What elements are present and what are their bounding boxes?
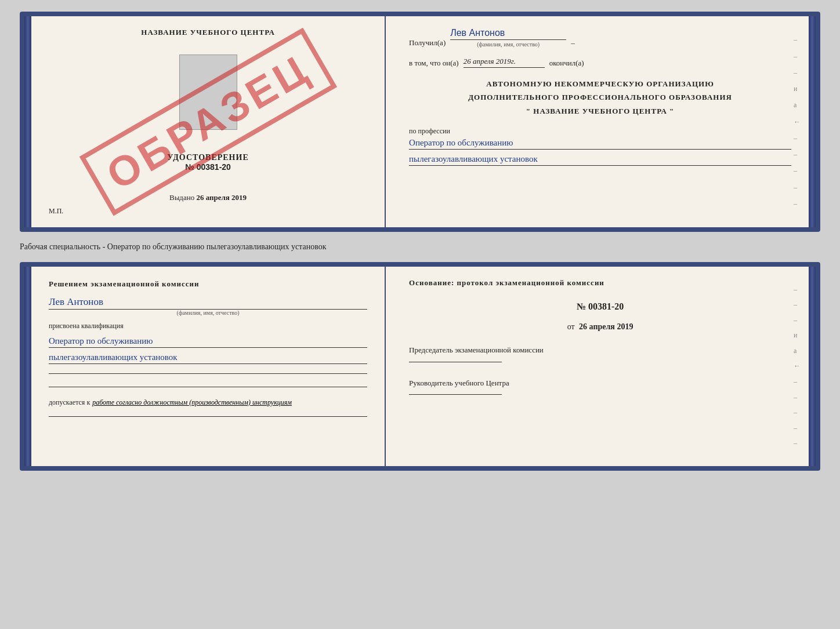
certificate-document: НАЗВАНИЕ УЧЕБНОГО ЦЕНТРА УДОСТОВЕРЕНИЕ №… [20,12,820,232]
qual-profession-section: Оператор по обслуживанию пылегазоулавлив… [49,336,367,364]
issued-label: Выдано [169,193,194,202]
profession-label: по профессии [409,127,791,136]
date-value: 26 апреля 2019г. [464,57,545,68]
qual-section-title: Решением экзаменационной комиссии [49,278,367,290]
book-spine-left [24,16,31,227]
допуск-italic: работе согласно должностным (производств… [92,398,292,406]
qual-spine-left [24,267,31,466]
blank-line-3 [49,416,367,417]
qual-right-edge-decorations: – – – и а ← – – – – – [794,278,801,455]
org-line1: АВТОНОМНУЮ НЕКОММЕРЧЕСКУЮ ОРГАНИЗАЦИЮ [409,77,791,90]
допуск-prefix: допускается к [49,398,90,406]
date-section: в том, что он(а) 26 апреля 2019г. окончи… [409,57,791,68]
protocol-date-prefix: от [567,322,575,331]
qualification-left-page: Решением экзаменационной комиссии Лев Ан… [31,267,386,466]
recipient-name: Лев Антонов [450,28,566,40]
cert-issued: Выдано 26 апреля 2019 [169,187,247,202]
photo-placeholder [179,54,237,130]
assigned-label: присвоена квалификация [49,322,367,330]
qual-profession-line2: пылегазоулавливающих установок [49,352,367,364]
org-line2: ДОПОЛНИТЕЛЬНОГО ПРОФЕССИОНАЛЬНОГО ОБРАЗО… [409,90,791,104]
certificate-left-page: НАЗВАНИЕ УЧЕБНОГО ЦЕНТРА УДОСТОВЕРЕНИЕ №… [31,16,386,227]
qualification-document: Решением экзаменационной комиссии Лев Ан… [20,262,820,471]
qual-person-section: Лев Антонов (фамилия, имя, отчество) [49,296,367,316]
date-suffix: окончил(а) [549,59,584,68]
dash-after-name: – [571,38,575,48]
qual-person-sub: (фамилия, имя, отчество) [49,310,367,316]
blank-line-2 [49,387,367,387]
cert-school-title: НАЗВАНИЕ УЧЕБНОГО ЦЕНТРА [141,28,275,37]
received-prefix: Получил(а) [409,38,446,48]
chairman-label: Председатель экзаменационной комиссии [409,344,791,356]
right-edge-decorations: – – – и а ← – – – – – [794,28,801,216]
director-section: Руководитель учебного Центра [409,377,791,398]
book-spine-right [809,16,816,227]
director-sig-line [409,394,502,395]
org-text: АВТОНОМНУЮ НЕКОММЕРЧЕСКУЮ ОРГАНИЗАЦИЮ ДО… [409,77,791,118]
qual-person-name: Лев Антонов [49,296,367,310]
issued-date: 26 апреля 2019 [196,193,247,202]
cert-number: № 00381-20 [185,162,231,172]
recipient-section: Получил(а) Лев Антонов (фамилия, имя, от… [409,28,791,48]
cert-type-label: УДОСТОВЕРЕНИЕ [167,153,248,162]
profession-line1: Оператор по обслуживанию [409,138,791,150]
org-line3: " НАЗВАНИЕ УЧЕБНОГО ЦЕНТРА " [409,104,791,118]
director-label: Руководитель учебного Центра [409,377,791,389]
date-prefix: в том, что он(а) [409,59,459,68]
допуск-section: допускается к работе согласно должностны… [49,397,367,407]
certificate-right-page: Получил(а) Лев Антонов (фамилия, имя, от… [386,16,809,227]
profession-section: по профессии Оператор по обслуживанию пы… [409,127,791,166]
separator-text: Рабочая специальность - Оператор по обсл… [20,239,327,255]
protocol-number: № 00381-20 [409,301,791,312]
profession-line2: пылегазоулавливающих установок [409,154,791,166]
chairman-sig-line [409,362,502,362]
blank-line-1 [49,373,367,374]
chairman-section: Председатель экзаменационной комиссии [409,344,791,365]
qual-spine-right [809,267,816,466]
qualification-right-page: Основание: протокол экзаменационной коми… [386,267,809,466]
osnov-title: Основание: протокол экзаменационной коми… [409,278,791,288]
protocol-date-value: 26 апреля 2019 [579,322,633,331]
recipient-sub: (фамилия, имя, отчество) [450,41,566,48]
mp-label: М.П. [49,207,63,216]
protocol-date: от 26 апреля 2019 [409,322,791,332]
qual-profession-line1: Оператор по обслуживанию [49,336,367,348]
